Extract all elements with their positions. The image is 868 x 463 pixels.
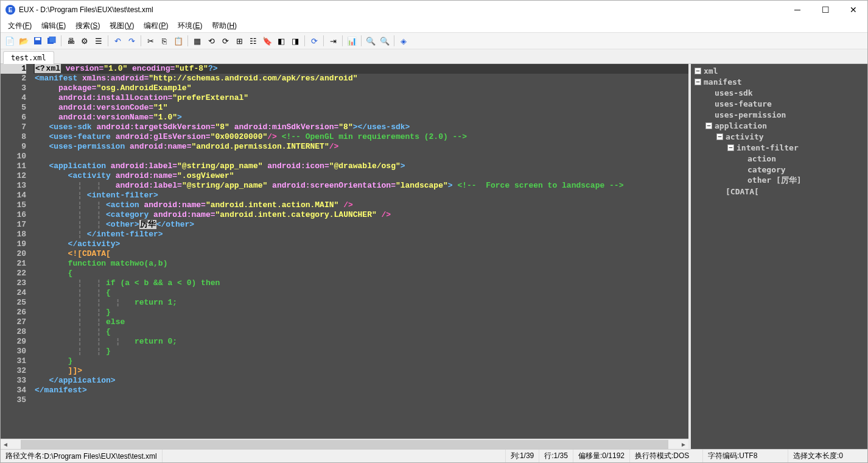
refresh-icon[interactable]: ⟳ <box>307 34 321 48</box>
code-line[interactable]: <uses-feature android:glEsVersion="0x000… <box>33 132 688 142</box>
code-line[interactable]: function matchwo(a,b) <box>33 259 688 269</box>
menu-item[interactable]: 编辑(E) <box>37 19 71 32</box>
code-line[interactable]: ¦ <intent-filter> <box>33 191 688 200</box>
code-line[interactable]: ¦ ¦ ¦ return 0; <box>33 337 688 347</box>
scroll-left-icon[interactable]: ◄ <box>1 439 10 450</box>
code-line[interactable]: ¦ ¦ <category android:name="android.inte… <box>33 210 688 220</box>
list-icon[interactable]: ☰ <box>92 34 105 48</box>
tool-icon[interactable]: ⊞ <box>233 34 246 48</box>
menu-item[interactable]: 视图(V) <box>105 19 139 32</box>
code-line[interactable]: <application android:label="@string/app_… <box>33 161 688 171</box>
maximize-button[interactable]: ☐ <box>811 1 839 19</box>
horizontal-scrollbar[interactable]: ◄ ► <box>1 439 688 449</box>
line-number: 1 <box>1 64 26 74</box>
scrollbar-thumb[interactable] <box>21 440 668 449</box>
code-line[interactable]: ¦ ¦ ¦ return 1; <box>33 298 688 308</box>
outline-item[interactable]: category <box>691 164 867 175</box>
code-line[interactable]: ¦ ¦ else <box>33 317 688 327</box>
indent-icon[interactable]: ⇥ <box>326 34 340 48</box>
code-line[interactable]: ¦ ¦ if (a < b && a < 0) then <box>33 278 688 288</box>
tool-icon[interactable]: ⟳ <box>219 34 232 48</box>
code-line[interactable]: android:versionName="1.0"> <box>33 113 688 122</box>
tree-collapse-icon[interactable]: − <box>695 79 701 85</box>
tree-collapse-icon[interactable]: − <box>716 133 723 140</box>
code-line[interactable]: ]]> <box>33 366 688 376</box>
outline-item[interactable]: −activity <box>691 131 867 142</box>
new-file-icon[interactable]: 📄 <box>3 34 16 48</box>
code-line[interactable]: </application> <box>33 376 688 386</box>
code-line[interactable]: </activity> <box>33 239 688 249</box>
menu-item[interactable]: 编程(P) <box>139 19 173 32</box>
redo-icon[interactable]: ↷ <box>125 34 138 48</box>
code-line[interactable]: <manifest xmlns:android="http://schemas.… <box>33 74 688 83</box>
code-line[interactable]: ¦ ¦ } <box>33 308 688 317</box>
window-title: EUX - D:\Program Files\EUX\test\test.xml <box>19 5 783 14</box>
code-line[interactable]: } <box>33 356 688 366</box>
scroll-right-icon[interactable]: ► <box>679 439 688 450</box>
print-icon[interactable]: 🖶 <box>64 34 77 48</box>
save-icon[interactable] <box>31 34 44 48</box>
code-line[interactable]: <?xml version="1.0" encoding="utf-8"?> <box>33 64 688 74</box>
settings-icon[interactable]: ⚙ <box>78 34 91 48</box>
tool-icon[interactable]: ☷ <box>247 34 260 48</box>
outline-item[interactable]: −application <box>691 120 867 131</box>
chart-icon[interactable]: 📊 <box>345 34 359 48</box>
code-line[interactable]: ¦ ¦ { <box>33 288 688 298</box>
code-line[interactable]: </manifest> <box>33 386 688 395</box>
undo-icon[interactable]: ↶ <box>111 34 124 48</box>
code-line[interactable]: android:versionCode="1" <box>33 103 688 113</box>
help-icon[interactable]: ◈ <box>397 34 410 48</box>
line-number: 3 <box>1 83 26 93</box>
code-line[interactable]: <![CDATA[ <box>33 249 688 259</box>
outline-item[interactable]: −manifest <box>691 76 867 87</box>
cut-icon[interactable]: ✂ <box>144 34 157 48</box>
code-line[interactable] <box>33 152 688 161</box>
search-icon[interactable]: 🔍 <box>364 34 377 48</box>
tool-icon[interactable]: ◧ <box>275 34 288 48</box>
outline-item[interactable]: uses-permission <box>691 109 867 120</box>
search-settings-icon[interactable]: 🔍 <box>378 34 391 48</box>
open-file-icon[interactable]: 📂 <box>17 34 30 48</box>
copy-icon[interactable]: ⎘ <box>158 34 171 48</box>
code-line[interactable]: ¦ ¦ } <box>33 347 688 356</box>
code-line[interactable]: { <box>33 269 688 278</box>
tool-icon[interactable]: ⟲ <box>205 34 218 48</box>
minimize-button[interactable]: ─ <box>783 1 811 19</box>
bookmark-icon[interactable]: 🔖 <box>261 34 274 48</box>
tree-collapse-icon[interactable]: − <box>727 144 734 151</box>
menu-item[interactable]: 帮助(H) <box>207 19 242 32</box>
tree-collapse-icon[interactable]: − <box>695 68 701 74</box>
close-button[interactable]: ✕ <box>839 1 867 19</box>
tool-icon[interactable]: ◨ <box>289 34 302 48</box>
menu-item[interactable]: 文件(F) <box>3 19 37 32</box>
line-number: 18 <box>1 230 26 239</box>
code-line[interactable]: android:installLocation="preferExternal" <box>33 93 688 103</box>
code-line[interactable]: ¦ ¦ android:label="@string/app_name" and… <box>33 181 688 191</box>
code-line[interactable] <box>33 395 688 405</box>
code-line[interactable]: <activity android:name=".osgViewer" <box>33 171 688 181</box>
outline-item[interactable]: −intent-filter <box>691 142 867 153</box>
code-area[interactable]: <?xml version="1.0" encoding="utf-8"?><m… <box>33 64 688 439</box>
code-line[interactable]: <uses-permission android:name="android.p… <box>33 142 688 152</box>
line-number: 14 <box>1 191 26 200</box>
outline-item[interactable]: uses-feature <box>691 98 867 109</box>
editor[interactable]: 1234567891011121314151617181920212223242… <box>1 64 688 439</box>
code-line[interactable]: package="osg.AndroidExample" <box>33 83 688 93</box>
code-line[interactable]: <uses-sdk android:targetSdkVersion="8" a… <box>33 122 688 132</box>
menu-item[interactable]: 搜索(S) <box>71 19 105 32</box>
outline-item[interactable]: action <box>691 153 867 164</box>
file-tab[interactable]: test.xml <box>3 51 54 64</box>
outline-item[interactable]: uses-sdk <box>691 87 867 98</box>
tool-icon[interactable]: ▦ <box>191 34 204 48</box>
code-line[interactable]: ¦ </intent-filter> <box>33 230 688 239</box>
code-line[interactable]: ¦ ¦ <action android:name="android.intent… <box>33 200 688 210</box>
menu-item[interactable]: 环境(E) <box>173 19 207 32</box>
save-all-icon[interactable] <box>45 34 58 48</box>
code-line[interactable]: ¦ ¦ <other>厉华</other> <box>33 220 688 230</box>
outline-item[interactable]: [CDATA[ <box>691 186 867 197</box>
outline-item[interactable]: −xml <box>691 65 867 76</box>
code-line[interactable]: ¦ ¦ { <box>33 327 688 337</box>
outline-item[interactable]: other [厉华] <box>691 175 867 186</box>
tree-collapse-icon[interactable]: − <box>705 122 712 129</box>
paste-icon[interactable]: 📋 <box>172 34 185 48</box>
